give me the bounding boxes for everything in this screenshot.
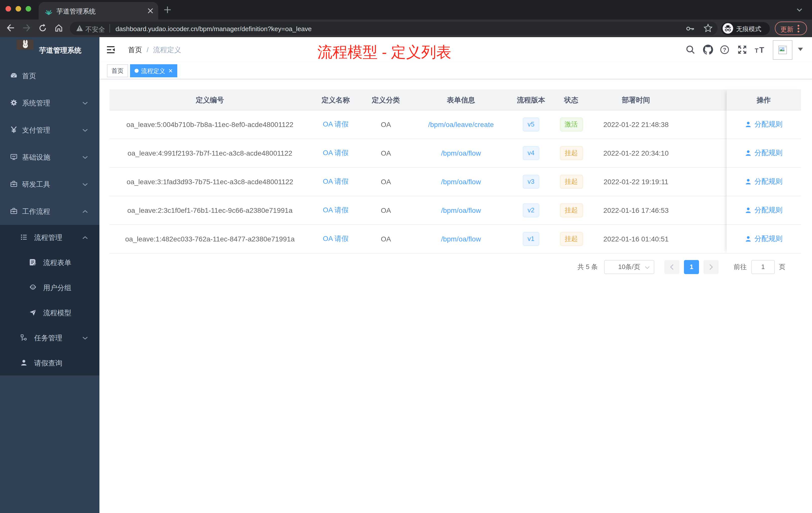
sidebar-item-home[interactable]: 首页 [0,62,99,89]
goto-page-input[interactable]: 1 [751,260,775,274]
prev-page-button[interactable] [664,260,679,274]
chrome-update-button[interactable]: 更新 [775,22,807,35]
sidebar-item-label: 请假查询 [34,359,62,368]
version-badge: v3 [522,175,539,189]
address-bar[interactable]: 不安全 dashboard.yudao.iocoder.cn/bpm/manag… [70,22,718,35]
sidebar-item-label: 基础设施 [22,153,50,162]
breadcrumb: 首页/流程定义 [128,46,181,55]
font-size-icon[interactable]: T T [755,45,766,54]
column-header-id: 定义编号 [109,89,311,110]
browser-tabstrip: 芋道管理系统 [0,0,812,20]
page-number-1[interactable]: 1 [684,260,699,274]
version-badge: v5 [522,117,539,131]
column-header-form: 表单信息 [411,89,511,110]
definition-name-link[interactable]: OA 请假 [323,120,349,128]
help-icon[interactable]: ? [720,45,729,54]
assign-rule-link[interactable]: 分配规则 [745,120,783,129]
avatar[interactable] [773,40,792,59]
incognito-badge: 无痕模式 [721,22,770,35]
table-header: 定义编号 定义名称 定义分类 表单信息 流程版本 状态 部署时间 [109,89,727,111]
reload-icon[interactable] [38,24,47,33]
bookmark-star-icon[interactable] [703,24,713,33]
form-link[interactable]: /bpm/oa/flow [441,149,481,157]
logo-rabbit-image [17,40,34,50]
column-header-status: 状态 [551,89,591,110]
sidebar-item-leave-query[interactable]: 请假查询 [0,350,99,375]
app-navbar: 首页/流程定义 流程模型 - 定义列表 ? T T [99,37,812,62]
assign-rule-label: 分配规则 [754,149,783,158]
sidebar-item-task-mgmt[interactable]: 任务管理 [0,325,99,350]
sidebar-item-process-model[interactable]: 流程模型 [0,300,99,325]
security-label[interactable]: 不安全 [85,25,105,34]
sidebar-item-user-group[interactable]: 用户分组 [0,275,99,300]
macos-zoom-button[interactable] [25,6,31,11]
avatar-caret-icon[interactable] [798,48,803,51]
column-header-name: 定义名称 [311,89,361,110]
tag-close-icon[interactable]: ✕ [168,65,173,77]
table-row: oa_leave:1:482ec033-762a-11ec-8477-a2380… [109,225,727,253]
chevron-down-icon [82,128,88,132]
tab-search-chevron-icon[interactable] [796,8,803,12]
tag-home[interactable]: 首页 [107,64,128,77]
tag-label: 首页 [112,67,123,74]
assign-rule-link[interactable]: 分配规则 [745,234,783,243]
macos-minimize-button[interactable] [15,6,21,11]
person-icon [20,359,28,366]
search-icon[interactable] [686,45,695,54]
sidebar-item-label: 研发工具 [22,180,50,189]
password-key-icon[interactable] [686,25,695,32]
toolbox-icon [10,180,18,188]
chevron-down-icon [82,336,88,340]
cell-definition-id: oa_leave:3:1fad3d93-7b75-11ec-a3c8-acde4… [109,178,311,186]
definition-name-link[interactable]: OA 请假 [323,149,349,157]
sidebar-item-process-mgmt[interactable]: 流程管理 [0,225,99,250]
form-link[interactable]: /bpm/oa/flow [441,178,481,186]
definition-name-link[interactable]: OA 请假 [323,234,349,242]
hamburger-icon[interactable] [107,46,116,54]
github-icon[interactable] [703,45,713,55]
forward-icon[interactable] [22,24,31,33]
home-icon[interactable] [54,24,63,33]
tag-active-dot [135,68,139,72]
next-page-button[interactable] [703,260,719,274]
send-icon [29,309,37,316]
column-header-operation: 操作 [726,89,801,111]
form-link[interactable]: /bpm/oa/leave/create [428,120,494,128]
definition-name-link[interactable]: OA 请假 [323,177,349,185]
chevron-down-icon [82,101,88,105]
tag-active-process-definition[interactable]: 流程定义✕ [130,64,177,77]
sidebar-item-pay[interactable]: 支付管理 [0,117,99,144]
page-size-select[interactable]: 10条/页 [604,260,654,274]
tab-close-icon[interactable] [147,8,153,13]
definition-name-link[interactable]: OA 请假 [323,206,349,214]
kebab-menu-icon[interactable] [798,25,800,33]
url-text[interactable]: dashboard.yudao.iocoder.cn/bpm/manager/d… [116,25,312,33]
people-icon [29,283,37,291]
form-link[interactable]: /bpm/oa/flow [441,235,481,243]
version-badge: v1 [522,232,539,246]
sidebar-item-devtools[interactable]: 研发工具 [0,171,99,198]
pagination: 共 5 条 10条/页 1 前往 1 页 [0,260,801,274]
chevron-up-icon [82,236,88,239]
sidebar-item-workflow[interactable]: 工作流程 [0,198,99,225]
form-link[interactable]: /bpm/oa/flow [441,206,481,214]
incognito-icon [723,23,733,34]
macos-close-button[interactable] [5,6,11,11]
back-icon[interactable] [6,24,15,33]
chevron-down-icon [82,183,88,186]
assign-rule-link[interactable]: 分配规则 [745,177,783,186]
briefcase-icon [10,207,18,215]
sidebar-item-system[interactable]: 系统管理 [0,89,99,117]
fullscreen-icon[interactable] [738,45,747,54]
browser-tab[interactable]: 芋道管理系统 [38,2,158,20]
column-header-version: 流程版本 [511,89,551,110]
sidebar-logo[interactable]: 芋道管理系统 [0,37,99,62]
sidebar-item-infra[interactable]: 基础设施 [0,144,99,171]
breadcrumb-home[interactable]: 首页 [128,46,142,54]
assign-rule-link[interactable]: 分配规则 [745,149,783,158]
sidebar-item-label: 系统管理 [22,99,50,108]
assign-rule-link[interactable]: 分配规则 [745,206,783,215]
pagination-total: 共 5 条 [578,260,598,274]
new-tab-button[interactable] [164,6,171,13]
page-size-value: 10条/页 [618,263,640,271]
